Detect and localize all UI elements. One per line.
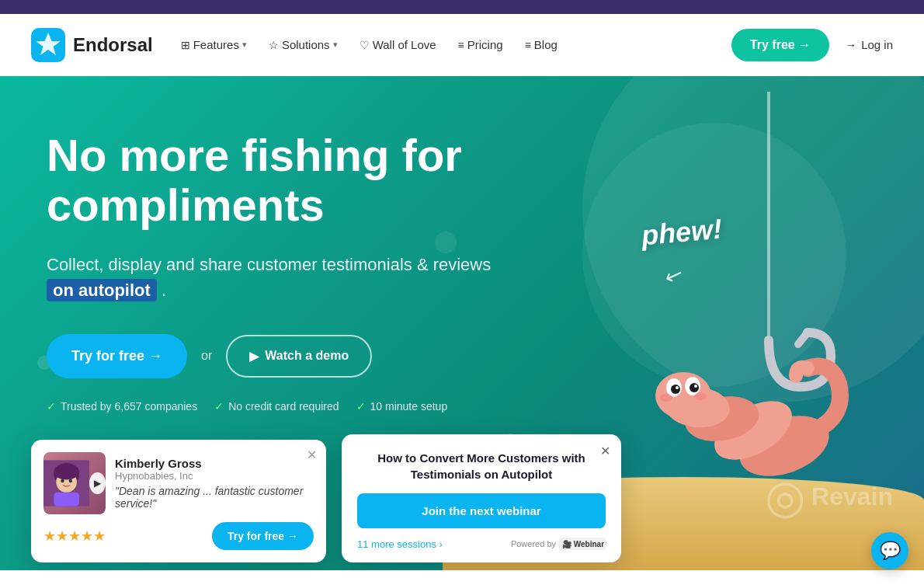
avatar: ▶: [43, 452, 106, 514]
check-icon-trusted: ✓: [47, 400, 56, 413]
testimonial-quote: "Dean is amazing ... fantastic customer …: [115, 485, 314, 510]
floating-cards: ✕: [0, 434, 924, 570]
nav-pricing-label: Pricing: [467, 38, 503, 51]
testimonial-try-free-button[interactable]: Try for free →: [212, 522, 314, 550]
webinar-footer: 11 more sessions › Powered by 🎥 Webinar: [357, 538, 606, 550]
testimonial-name: Kimberly Gross: [115, 457, 314, 470]
hero-subtitle-highlight: on autopilot: [47, 279, 157, 301]
testimonial-card-close-button[interactable]: ✕: [307, 447, 317, 462]
solutions-icon: ☆: [269, 39, 279, 51]
nav-item-pricing[interactable]: ≡ Pricing: [458, 38, 503, 51]
svg-point-19: [54, 464, 79, 480]
hero-watch-demo-button[interactable]: ▶ Watch a demo: [226, 335, 372, 378]
logo-link[interactable]: Endorsal: [31, 28, 153, 62]
navbar-login-button[interactable]: → Log in: [845, 38, 893, 51]
nav-item-solutions[interactable]: ☆ Solutions ▾: [269, 38, 338, 51]
logo-text: Endorsal: [73, 34, 153, 56]
webinar-brand-logo: 🎥 Webinar: [559, 538, 606, 550]
nav-item-blog[interactable]: ≡ Blog: [525, 38, 558, 51]
svg-point-12: [676, 386, 679, 389]
navbar-right: Try free → → Log in: [731, 29, 893, 61]
hero-left: No more fishing for compliments Collect,…: [47, 123, 512, 413]
play-button[interactable]: ▶: [89, 472, 106, 494]
webinar-card: ✕ How to Convert More Customers with Tes…: [342, 434, 621, 562]
login-icon: →: [845, 38, 856, 51]
nav-features-label: Features: [193, 38, 239, 51]
nav-wall-of-love-label: Wall of Love: [373, 38, 436, 51]
testimonial-bottom: ★★★★★ Try for free →: [43, 522, 314, 550]
top-bar: [0, 0, 924, 14]
hero-title: No more fishing for compliments: [47, 131, 512, 230]
trust-text-trusted: Trusted by 6,657 companies: [61, 400, 197, 413]
solutions-chevron: ▾: [333, 40, 338, 50]
login-label: Log in: [861, 38, 893, 51]
hero-trust-row: ✓ Trusted by 6,657 companies ✓ No credit…: [47, 400, 512, 413]
hero-subtitle-after: .: [162, 280, 166, 300]
testimonial-top: ▶ Kimberly Gross Hypnobabies, Inc "Dean …: [43, 452, 314, 514]
blog-icon: ≡: [525, 39, 531, 51]
check-icon-setup: ✓: [356, 400, 366, 413]
chat-bubble-button[interactable]: 💬: [871, 532, 908, 569]
svg-point-20: [61, 479, 64, 482]
nav-blog-label: Blog: [534, 38, 558, 51]
testimonial-info: Kimberly Gross Hypnobabies, Inc "Dean is…: [115, 457, 314, 510]
webinar-title: How to Convert More Customers with Testi…: [357, 450, 606, 482]
svg-point-15: [694, 392, 707, 400]
watch-demo-label: Watch a demo: [265, 349, 349, 363]
svg-point-13: [694, 385, 697, 388]
powered-by: Powered by 🎥 Webinar: [511, 538, 606, 550]
nav-item-features[interactable]: ⊞ Features ▾: [181, 38, 247, 51]
svg-point-11: [690, 383, 699, 392]
svg-rect-22: [54, 493, 79, 507]
wall-of-love-icon: ♡: [360, 39, 370, 51]
trust-item-trusted: ✓ Trusted by 6,657 companies: [47, 400, 197, 413]
hero-or-text: or: [201, 349, 212, 363]
trust-text-nocredit: No credit card required: [228, 400, 339, 413]
svg-point-10: [671, 385, 680, 394]
trust-text-setup: 10 minute setup: [370, 400, 448, 413]
navbar: Endorsal ⊞ Features ▾ ☆ Solutions ▾ ♡: [0, 14, 924, 76]
webinar-join-button[interactable]: Join the next webinar: [357, 493, 606, 528]
webinar-sessions[interactable]: 11 more sessions ›: [357, 538, 443, 550]
svg-point-14: [660, 394, 672, 402]
features-icon: ⊞: [181, 39, 190, 51]
trust-item-setup: ✓ 10 minute setup: [356, 400, 448, 413]
svg-point-21: [69, 479, 72, 482]
nav-solutions-label: Solutions: [282, 38, 330, 51]
logo-icon: [31, 28, 65, 62]
trust-item-nocredit: ✓ No credit card required: [214, 400, 339, 413]
navbar-try-free-button[interactable]: Try free →: [731, 29, 829, 61]
hero-section: No more fishing for compliments Collect,…: [0, 76, 924, 570]
hero-subtitle: Collect, display and share customer test…: [47, 252, 512, 303]
powered-by-label: Powered by: [511, 539, 556, 548]
hero-cta-row: Try for free → or ▶ Watch a demo: [47, 334, 512, 378]
check-icon-nocredit: ✓: [214, 400, 224, 413]
features-chevron: ▾: [242, 40, 247, 50]
webinar-card-close-button[interactable]: ✕: [600, 444, 610, 458]
testimonial-stars: ★★★★★: [43, 528, 106, 545]
pricing-icon: ≡: [458, 39, 464, 51]
testimonial-company: Hypnobabies, Inc: [115, 470, 314, 482]
hero-subtitle-before: Collect, display and share customer test…: [47, 255, 491, 274]
watch-demo-icon: ▶: [249, 349, 259, 364]
hero-try-free-button[interactable]: Try for free →: [47, 334, 187, 378]
avatar-image: [43, 452, 89, 514]
testimonial-card: ✕: [31, 440, 326, 562]
nav-item-wall-of-love[interactable]: ♡ Wall of Love: [360, 38, 436, 51]
nav-links: ⊞ Features ▾ ☆ Solutions ▾ ♡ Wall of Lov…: [181, 38, 558, 51]
svg-text:🎥 Webinar: 🎥 Webinar: [562, 539, 604, 549]
navbar-left: Endorsal ⊞ Features ▾ ☆ Solutions ▾ ♡: [31, 28, 558, 62]
